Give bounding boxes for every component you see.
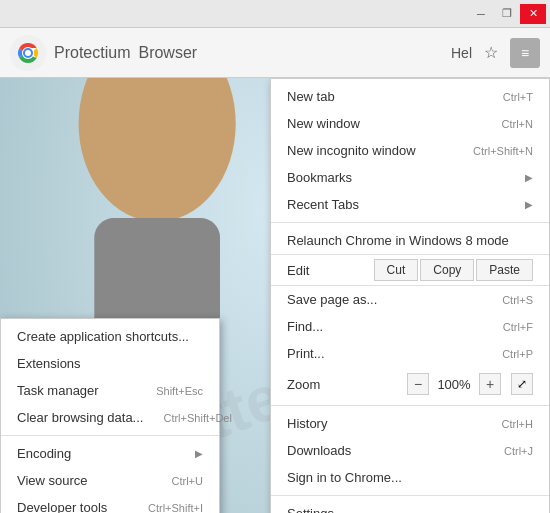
zoom-value: 100% bbox=[435, 377, 473, 392]
menu-item-developer-tools[interactable]: Developer tools Ctrl+Shift+I bbox=[1, 494, 219, 513]
menu-item-new-window[interactable]: New window Ctrl+N bbox=[271, 110, 549, 137]
title-bar: ─ ❐ ✕ bbox=[0, 0, 550, 28]
menu-item-encoding[interactable]: Encoding ▶ bbox=[1, 440, 219, 467]
zoom-in-button[interactable]: + bbox=[479, 373, 501, 395]
right-menu-separator-3 bbox=[271, 495, 549, 496]
zoom-out-button[interactable]: − bbox=[407, 373, 429, 395]
paste-button[interactable]: Paste bbox=[476, 259, 533, 281]
menu-item-sign-in[interactable]: Sign in to Chrome... bbox=[271, 464, 549, 491]
toolbar-right: Hel ☆ ≡ bbox=[451, 38, 540, 68]
brand: Protectium Browser bbox=[10, 35, 197, 71]
edit-bar: Edit Cut Copy Paste bbox=[271, 254, 549, 286]
main-menu-button[interactable]: ≡ bbox=[510, 38, 540, 68]
left-context-menu: Create application shortcuts... Extensio… bbox=[0, 318, 220, 513]
brand-logo bbox=[10, 35, 46, 71]
zoom-label: Zoom bbox=[287, 377, 401, 392]
menu-item-new-incognito[interactable]: New incognito window Ctrl+Shift+N bbox=[271, 137, 549, 164]
left-menu-separator-1 bbox=[1, 435, 219, 436]
cut-button[interactable]: Cut bbox=[374, 259, 419, 281]
browser-window: ─ ❐ ✕ Protectium Browser Hel bbox=[0, 0, 550, 513]
fullscreen-button[interactable]: ⤢ bbox=[511, 373, 533, 395]
right-menu-separator-2 bbox=[271, 405, 549, 406]
svg-point-4 bbox=[25, 50, 31, 56]
menu-item-bookmarks[interactable]: Bookmarks ▶ bbox=[271, 164, 549, 191]
menu-item-recent-tabs[interactable]: Recent Tabs ▶ bbox=[271, 191, 549, 218]
restore-button[interactable]: ❐ bbox=[494, 4, 520, 24]
edit-label: Edit bbox=[287, 263, 309, 278]
brand-name: Protectium bbox=[54, 44, 130, 62]
menu-item-view-source[interactable]: View source Ctrl+U bbox=[1, 467, 219, 494]
copy-button[interactable]: Copy bbox=[420, 259, 474, 281]
menu-item-settings[interactable]: Settings bbox=[271, 500, 549, 513]
brand-separator: Browser bbox=[138, 44, 197, 62]
menu-item-save-page[interactable]: Save page as... Ctrl+S bbox=[271, 286, 549, 313]
right-menu-separator-1 bbox=[271, 222, 549, 223]
menu-item-downloads[interactable]: Downloads Ctrl+J bbox=[271, 437, 549, 464]
help-text: Hel bbox=[451, 45, 472, 61]
minimize-button[interactable]: ─ bbox=[468, 4, 494, 24]
toolbar: Protectium Browser Hel ☆ ≡ bbox=[0, 28, 550, 78]
menu-item-create-shortcuts[interactable]: Create application shortcuts... bbox=[1, 323, 219, 350]
menu-item-relaunch-chrome[interactable]: Relaunch Chrome in Windows 8 mode bbox=[271, 227, 549, 254]
bookmark-star-icon[interactable]: ☆ bbox=[476, 38, 506, 68]
zoom-bar: Zoom − 100% + ⤢ bbox=[271, 367, 549, 401]
menu-item-print[interactable]: Print... Ctrl+P bbox=[271, 340, 549, 367]
right-main-menu: New tab Ctrl+T New window Ctrl+N New inc… bbox=[270, 78, 550, 513]
menu-item-new-tab[interactable]: New tab Ctrl+T bbox=[271, 83, 549, 110]
menu-item-clear-browsing[interactable]: Clear browsing data... Ctrl+Shift+Del bbox=[1, 404, 219, 431]
menu-item-task-manager[interactable]: Task manager Shift+Esc bbox=[1, 377, 219, 404]
menu-item-extensions[interactable]: Extensions bbox=[1, 350, 219, 377]
close-button[interactable]: ✕ bbox=[520, 4, 546, 24]
menu-item-find[interactable]: Find... Ctrl+F bbox=[271, 313, 549, 340]
page-content: shutterstock Create application shortcut… bbox=[0, 78, 550, 513]
menu-item-history[interactable]: History Ctrl+H bbox=[271, 410, 549, 437]
